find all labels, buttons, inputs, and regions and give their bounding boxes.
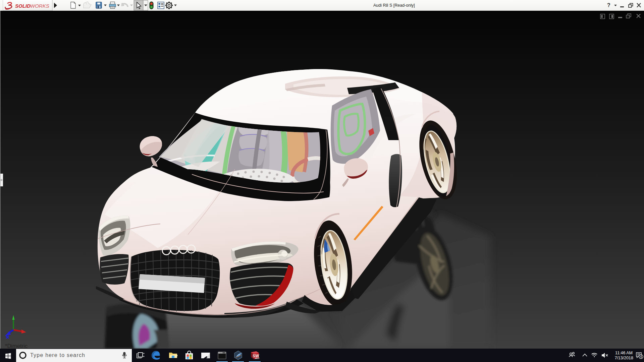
svg-text:2017: 2017: [255, 357, 260, 359]
svg-text:4: 4: [640, 355, 642, 359]
svg-text:C:\: C:\: [219, 352, 222, 354]
svg-text:SOLID: SOLID: [15, 3, 31, 9]
svg-text:WORKS: WORKS: [30, 3, 49, 9]
svg-text:11:46 AM: 11:46 AM: [615, 351, 633, 355]
svg-text:*Dimetric: *Dimetric: [5, 343, 28, 349]
svg-text:Audi R8 S [Read-only]: Audi R8 S [Read-only]: [373, 3, 415, 8]
svg-text:7/13/2018: 7/13/2018: [614, 356, 633, 360]
svg-text:?: ?: [607, 2, 610, 8]
